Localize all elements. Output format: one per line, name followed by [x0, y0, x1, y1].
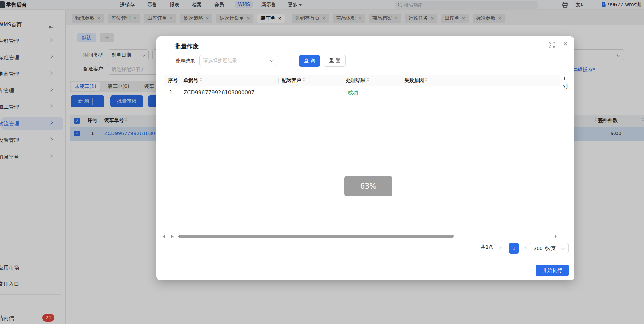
column-settings-tool[interactable]: 列 [560, 75, 570, 233]
chevron-down-icon [561, 246, 565, 250]
pagination-total: 共1条 [481, 244, 493, 250]
next-page-icon[interactable] [523, 246, 526, 250]
result-filter-label: 处理结果 [176, 55, 195, 67]
col-fail-reason[interactable]: 失败原因 [404, 77, 428, 84]
sort-icon[interactable] [302, 78, 305, 81]
start-execute-button[interactable]: 开始执行 [536, 265, 569, 276]
row-seq: 1 [169, 90, 173, 96]
close-icon[interactable]: ✕ [563, 40, 568, 48]
result-table-header: 序号 单据号 配送客户 处理结果 失败原因 [164, 75, 560, 86]
prev-page-icon[interactable] [499, 246, 503, 250]
sort-icon[interactable] [367, 78, 369, 81]
page-number-current[interactable]: 1 [509, 243, 519, 254]
horizontal-scrollbar-thumb[interactable] [180, 235, 454, 238]
col-seq: 序号 [168, 77, 178, 84]
progress-toast: 63% [344, 176, 392, 196]
row-doc-no: ZCD996779926103000007 [184, 90, 255, 96]
result-filter-select[interactable]: 请选择处理结果 [199, 55, 278, 66]
scrollbar-end-arrow[interactable] [555, 235, 557, 238]
batch-void-modal: 批量作废 ✕ 处理结果 请选择处理结果 查 询 重 置 序号 单据号 配送客户 … [156, 36, 574, 280]
page-size-select[interactable]: 200 条/页 [530, 243, 569, 254]
col-result[interactable]: 处理结果 [346, 77, 369, 84]
sort-icon[interactable] [425, 78, 428, 81]
row-result-success: 成功 [348, 90, 358, 96]
query-button[interactable]: 查 询 [299, 55, 320, 67]
fullscreen-icon[interactable] [549, 42, 555, 48]
sort-icon[interactable] [199, 78, 202, 81]
chevron-down-icon [269, 58, 273, 62]
reset-button[interactable]: 重 置 [324, 55, 346, 67]
scroll-right-arrow[interactable] [171, 235, 174, 238]
columns-grid-icon [563, 77, 568, 81]
modal-title: 批量作废 [175, 42, 199, 50]
col-doc-no[interactable]: 单据号 [184, 77, 202, 84]
scroll-divider [177, 234, 177, 239]
col-customer[interactable]: 配送客户 [282, 77, 305, 84]
result-table-row[interactable]: 1 ZCD996779926103000007 成功 [164, 86, 560, 100]
scroll-left-arrow[interactable] [163, 235, 165, 238]
